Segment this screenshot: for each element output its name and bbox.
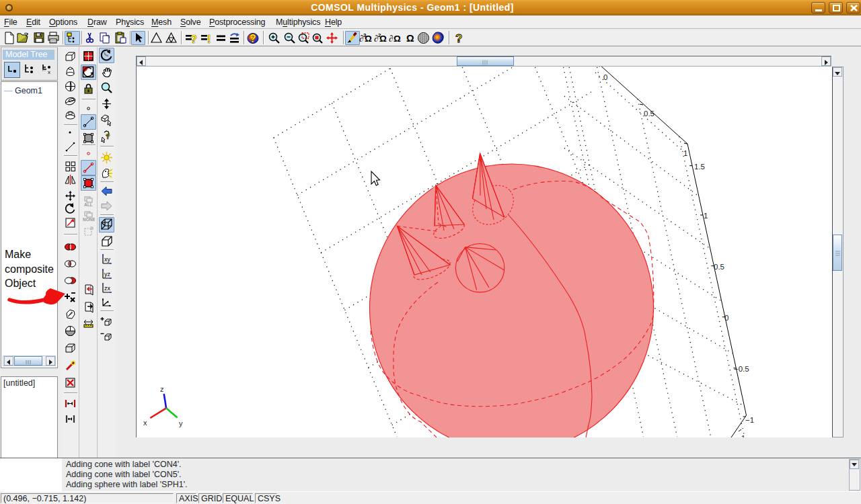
svg-text:−1: −1 [745, 416, 754, 424]
svg-text:ALL: ALL [84, 202, 93, 207]
svg-text:1: 1 [683, 149, 687, 157]
svg-text:1.5: 1.5 [694, 163, 705, 171]
svg-text:?: ? [455, 32, 462, 44]
svg-text:0.5: 0.5 [714, 263, 724, 271]
svg-text:Ω: Ω [406, 33, 414, 44]
svg-text:?: ? [250, 33, 256, 44]
svg-text:Ω: Ω [379, 34, 387, 44]
svg-text:−1: −1 [737, 434, 745, 437]
svg-text:0: 0 [603, 73, 607, 81]
svg-text:0: 0 [724, 314, 728, 322]
svg-text:x: x [143, 419, 147, 427]
svg-text:−0.5: −0.5 [734, 365, 749, 373]
svg-text:!: ! [207, 34, 211, 45]
svg-text:∂: ∂ [389, 34, 394, 44]
svg-text:NONE: NONE [83, 217, 95, 222]
svg-text:?: ? [106, 132, 110, 140]
svg-text:Ω: Ω [394, 34, 401, 44]
svg-text:yz: yz [104, 271, 111, 278]
svg-text:1: 1 [704, 212, 708, 220]
svg-text:x: x [48, 69, 50, 75]
svg-text:Ω: Ω [365, 34, 372, 44]
svg-text:xy: xy [104, 256, 111, 263]
svg-text:?: ? [190, 34, 197, 45]
svg-text:y: y [179, 419, 183, 427]
svg-text:zx: zx [104, 285, 111, 292]
svg-text:0.5: 0.5 [644, 110, 654, 118]
svg-text:z: z [160, 385, 164, 393]
